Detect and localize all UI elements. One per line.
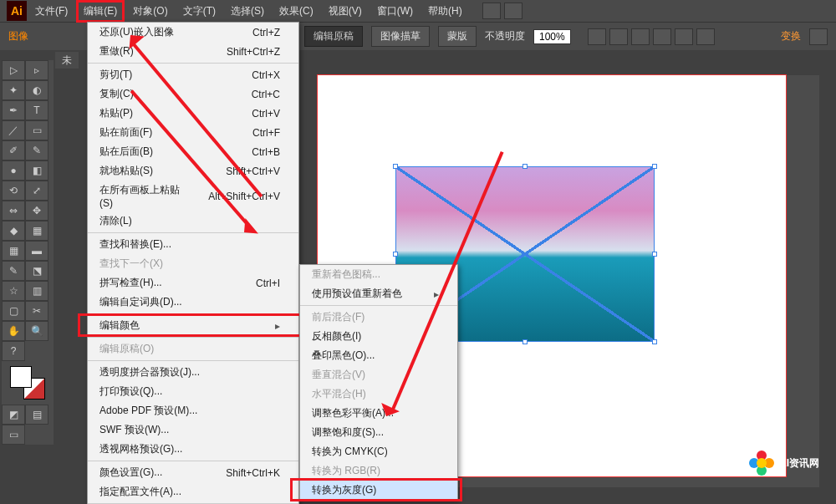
hand-tool[interactable]: ✋ [2, 321, 25, 341]
magic-wand-tool[interactable]: ✦ [2, 80, 25, 100]
edit-menu-item[interactable]: Adobe PDF 预设(M)... [88, 401, 298, 420]
edit-menu-item[interactable]: 复制(C)Ctrl+C [88, 84, 298, 104]
mesh-tool[interactable]: ▦ [2, 241, 25, 261]
editcolor-submenu-item[interactable]: 调整饱和度(S)... [300, 423, 457, 442]
edit-menu-item[interactable]: 指定配置文件(A)... [88, 482, 298, 501]
blob-tool[interactable]: ● [2, 160, 25, 181]
symbol-tool[interactable]: ☆ [2, 281, 25, 301]
resize-handle[interactable] [652, 339, 657, 344]
free-transform-tool[interactable]: ✥ [25, 201, 48, 221]
width-tool[interactable]: ⇔ [2, 201, 25, 221]
menu-help[interactable]: 帮助(H) [421, 1, 469, 22]
opacity-field[interactable]: 100% [533, 29, 571, 44]
layout-icon[interactable] [482, 3, 501, 19]
edit-menu-item[interactable]: 查找和替换(E)... [88, 235, 298, 254]
gradient-mode-icon[interactable]: ▤ [25, 405, 48, 425]
editcolor-submenu-item: 水平混合(H) [300, 384, 457, 404]
edit-menu-item[interactable]: 贴在后面(B)Ctrl+B [88, 142, 298, 161]
align-t-icon[interactable] [653, 28, 671, 45]
eraser-tool[interactable]: ◧ [25, 160, 48, 181]
editcolor-submenu-item[interactable]: 调整色彩平衡(A)... [300, 404, 457, 423]
app-logo: Ai [7, 1, 27, 21]
document-tab[interactable]: 未 [55, 52, 79, 69]
lasso-tool[interactable]: ◐ [25, 80, 48, 100]
transform-link[interactable]: 变换 [781, 29, 801, 43]
scale-tool[interactable]: ⤢ [25, 181, 48, 201]
editcolor-submenu-item[interactable]: 转换为 CMYK(C) [300, 442, 457, 461]
edit-menu-item[interactable]: 拼写检查(H)...Ctrl+I [88, 273, 298, 293]
type-tool[interactable]: T [25, 100, 48, 120]
editcolor-submenu-item[interactable]: 叠印黑色(O)... [300, 346, 457, 365]
pencil-tool[interactable]: ✎ [25, 140, 48, 160]
menu-edit[interactable]: 编辑(E) [76, 0, 125, 23]
slice-tool[interactable]: ✂ [25, 301, 48, 321]
editcolor-submenu-item[interactable]: 反相颜色(I) [300, 327, 457, 346]
edit-menu-item[interactable]: 剪切(T)Ctrl+X [88, 65, 298, 84]
shape-builder-tool[interactable]: ◆ [2, 221, 25, 241]
resize-handle[interactable] [652, 164, 657, 169]
align-b-icon[interactable] [696, 28, 715, 45]
eyedropper-tool[interactable]: ✎ [2, 261, 25, 281]
color-mode-icon[interactable]: ◩ [2, 405, 25, 425]
edit-menu-item[interactable]: 就地粘贴(S)Shift+Ctrl+V [88, 161, 298, 181]
image-tag: 图像 [8, 29, 28, 43]
resize-handle[interactable] [652, 252, 657, 257]
resize-handle[interactable] [522, 339, 528, 344]
edit-menu-item[interactable]: 编辑自定词典(D)... [88, 293, 298, 312]
edit-menu-item[interactable]: 透视网格预设(G)... [88, 440, 298, 459]
edit-menu-item[interactable]: 在所有画板上粘贴(S)Alt+Shift+Ctrl+V [88, 181, 298, 211]
edit-color-submenu: 重新着色图稿...使用预设值重新着色前后混合(F)反相颜色(I)叠印黑色(O).… [299, 264, 458, 501]
edit-menu-item[interactable]: 还原(U)嵌入图像Ctrl+Z [88, 23, 298, 42]
edit-menu-item[interactable]: 打印预设(Q)... [88, 382, 298, 401]
screen-mode-icon[interactable]: ▭ [2, 425, 25, 445]
blend-tool[interactable]: ⬔ [25, 261, 48, 281]
perspective-tool[interactable]: ▦ [25, 221, 48, 241]
align-l-icon[interactable] [588, 28, 606, 45]
align-m-icon[interactable] [675, 28, 693, 45]
menu-select[interactable]: 选择(S) [224, 1, 271, 22]
image-trace-button[interactable]: 图像描草 [371, 26, 430, 47]
menu-object[interactable]: 对象(O) [126, 1, 174, 22]
edit-menu-item[interactable]: 颜色设置(G)...Shift+Ctrl+K [88, 463, 298, 482]
zoom-tool[interactable]: 🔍 [25, 321, 48, 341]
edit-menu-item[interactable]: 编辑颜色 [88, 316, 298, 335]
editcolor-submenu-item[interactable]: 转换为灰度(G) [300, 481, 457, 500]
editcolor-submenu-item: 重新着色图稿... [300, 265, 457, 284]
edit-menu-item[interactable]: 贴在前面(F)Ctrl+F [88, 123, 298, 142]
edit-original-button[interactable]: 编辑原稿 [304, 26, 363, 47]
mask-button[interactable]: 蒙版 [438, 26, 477, 47]
edit-menu-item: 编辑原稿(O) [88, 339, 298, 359]
rotate-tool[interactable]: ⟲ [2, 181, 25, 201]
direct-select-tool[interactable]: ▹ [25, 60, 48, 80]
selection-tool[interactable]: ▷ [2, 60, 25, 80]
resize-handle[interactable] [393, 164, 398, 169]
gradient-tool[interactable]: ▬ [25, 241, 48, 261]
editcolor-submenu-item[interactable]: 使用预设值重新着色 [300, 284, 457, 303]
menu-window[interactable]: 窗口(W) [370, 1, 420, 22]
edit-menu-item[interactable]: 重做(R)Shift+Ctrl+Z [88, 42, 298, 61]
edit-menu-item[interactable]: 粘贴(P)Ctrl+V [88, 104, 298, 123]
resize-handle[interactable] [393, 252, 398, 257]
edit-menu-item[interactable]: SWF 预设(W)... [88, 420, 298, 440]
menu-effect[interactable]: 效果(C) [273, 1, 320, 22]
align-c-icon[interactable] [609, 28, 628, 45]
graph-tool[interactable]: ▥ [25, 281, 48, 301]
fill-swatch[interactable] [10, 366, 32, 388]
edit-menu-item[interactable]: 透明度拼合器预设(J)... [88, 363, 298, 382]
rect-tool[interactable]: ▭ [25, 120, 48, 140]
menu-file[interactable]: 文件(F) [28, 1, 74, 22]
unknown-tool[interactable]: ? [2, 341, 25, 361]
line-tool[interactable]: ／ [2, 120, 25, 140]
color-swatch[interactable] [10, 366, 45, 400]
pen-tool[interactable]: ✒ [2, 100, 25, 120]
resize-handle[interactable] [522, 164, 528, 169]
menu-view[interactable]: 视图(V) [322, 1, 369, 22]
tools-panel: ▷▹ ✦◐ ✒T ／▭ ✐✎ ●◧ ⟲⤢ ⇔✥ ◆▦ ▦▬ ✎⬔ ☆▥ ▢✂ ✋… [2, 60, 54, 445]
edit-menu-item[interactable]: 清除(L) [88, 211, 298, 231]
menu-text[interactable]: 文字(T) [176, 1, 222, 22]
grid-icon[interactable] [809, 28, 828, 45]
align-r-icon[interactable] [631, 28, 650, 45]
brush-tool[interactable]: ✐ [2, 140, 25, 160]
arrange-icon[interactable] [504, 3, 522, 19]
artboard-tool[interactable]: ▢ [2, 301, 25, 321]
